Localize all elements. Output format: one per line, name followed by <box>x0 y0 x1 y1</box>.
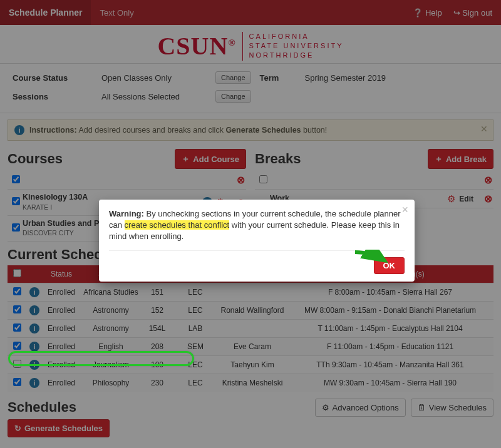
warning-modal: × Warning: By unchecking sections in you… <box>99 200 415 282</box>
modal-close-icon[interactable]: × <box>401 203 408 216</box>
modal-ok-button[interactable]: OK <box>374 257 405 274</box>
